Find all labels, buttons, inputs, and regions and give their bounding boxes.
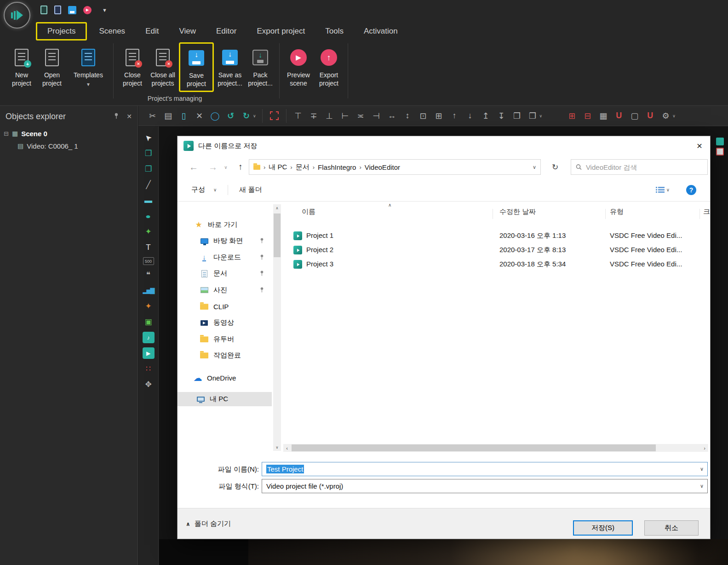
templates-button[interactable]: Templates ▼ — [67, 41, 109, 87]
column-divider[interactable] — [605, 209, 606, 219]
organize-button[interactable]: 구성 — [191, 185, 205, 194]
column-name[interactable]: 이름 — [302, 208, 315, 216]
new-folder-button[interactable]: 새 폴더 — [239, 185, 262, 194]
fit-frame-icon[interactable]: ⊞ — [433, 110, 445, 121]
text-tool[interactable]: T — [143, 242, 155, 253]
paste-icon[interactable]: ▯ — [178, 110, 189, 121]
panel-pin-icon[interactable] — [114, 113, 119, 121]
menu-export-project[interactable]: Export project — [257, 27, 305, 36]
sidebar-quick-access[interactable]: ★ 바로 가기 — [178, 218, 272, 232]
layers-tool[interactable]: ❐ — [143, 148, 155, 159]
sidebar-pictures[interactable]: 사진 — [178, 283, 272, 297]
sidebar-clip[interactable]: CLIP — [178, 300, 272, 314]
sidebar-documents[interactable]: 문서 — [178, 266, 272, 281]
cut-icon[interactable]: ✂ — [147, 110, 158, 121]
new-project-button[interactable]: New project — [6, 41, 37, 87]
group-caret-icon[interactable]: ∨ — [539, 114, 543, 118]
edge-widget-marker-icon[interactable] — [716, 148, 724, 156]
copy-icon[interactable]: ▤ — [162, 110, 174, 121]
file-list-scrollbar[interactable]: ‹ › — [283, 444, 708, 452]
menu-activation[interactable]: Activation — [364, 27, 398, 36]
undo-icon[interactable]: ↺ — [225, 110, 236, 121]
sidebar-onedrive[interactable]: ☁ OneDrive — [178, 371, 272, 385]
file-row[interactable]: Project 3 2020-03-18 오후 5:34 VSDC Free V… — [283, 258, 710, 272]
align-left-icon[interactable]: ⊢ — [339, 110, 351, 121]
scroll-right-icon[interactable]: › — [701, 444, 708, 452]
same-width-icon[interactable]: ↔ — [386, 110, 398, 121]
column-size[interactable]: 크 — [703, 208, 710, 216]
settings-caret-icon[interactable]: ∨ — [672, 114, 676, 118]
same-height-icon[interactable]: ↕ — [402, 110, 413, 121]
show-grid-icon[interactable]: ▦ — [597, 110, 609, 121]
line-tool[interactable]: ╱ — [143, 179, 155, 190]
file-row[interactable]: Project 2 2020-03-17 오후 8:13 VSDC Free V… — [283, 243, 710, 258]
move-up-icon[interactable]: ↑ — [449, 110, 460, 121]
column-type[interactable]: 유형 — [610, 208, 624, 216]
align-bottom-icon[interactable]: ⊥ — [324, 110, 335, 121]
redo-icon[interactable]: ↻ — [241, 110, 252, 121]
save-button[interactable]: 저장(S) — [573, 520, 633, 536]
redo-caret-icon[interactable]: ∨ — [253, 114, 256, 118]
menu-view[interactable]: View — [179, 27, 196, 36]
quick-new-project-icon[interactable] — [40, 6, 47, 14]
audio-tool[interactable]: ♪ — [143, 332, 155, 343]
snap-lines-icon[interactable]: U — [613, 110, 625, 121]
chart-tool[interactable]: ▂▅▇ — [143, 285, 155, 296]
add-object-icon[interactable]: ⊞ — [566, 110, 578, 121]
same-size-icon[interactable]: ⊡ — [418, 110, 429, 121]
organize-caret-icon[interactable]: ∨ — [213, 187, 217, 192]
duplicate-layer-tool[interactable]: ❐ — [143, 163, 155, 175]
hide-folders-button[interactable]: ∧ 폴더 숨기기 — [186, 519, 231, 528]
transform-selection-icon[interactable] — [269, 110, 280, 121]
bring-to-front-icon[interactable]: ↥ — [480, 110, 492, 121]
breadcrumb-videoeditor[interactable]: VideoEditor — [365, 163, 400, 171]
close-all-projects-button[interactable]: Close all projects — [148, 41, 178, 87]
refresh-button[interactable]: ↻ — [545, 156, 565, 179]
menu-projects[interactable]: Projects — [36, 22, 87, 40]
ellipse-select-icon[interactable]: ◯ — [209, 110, 221, 121]
align-top-icon[interactable]: ⊤ — [292, 110, 304, 121]
free-shape-tool[interactable]: ✦ — [143, 226, 155, 237]
tooltip-tool[interactable]: ❝ — [143, 269, 155, 281]
preview-scene-button[interactable]: Preview scene — [283, 41, 314, 87]
sidebar-this-pc[interactable]: 내 PC — [178, 392, 272, 406]
tree-item-scene[interactable]: ⊟ ▦ Scene 0 — [0, 127, 138, 140]
object-bounds-icon[interactable]: ▢ — [629, 110, 640, 121]
sidebar-videos[interactable]: 동영상 — [178, 316, 272, 330]
align-right-icon[interactable]: ⊣ — [371, 110, 382, 121]
sidebar-done[interactable]: 작업완료 — [178, 348, 272, 363]
address-dropdown-caret-icon[interactable]: ∨ — [533, 164, 536, 170]
animation-tool[interactable]: ✦ — [143, 300, 155, 312]
sidebar-desktop[interactable]: 바탕 화면 — [178, 234, 272, 248]
filename-input[interactable]: Test Project ∨ — [262, 462, 708, 476]
templates-caret-icon[interactable]: ▼ — [86, 82, 91, 87]
delete-icon[interactable]: ✕ — [194, 110, 205, 121]
add-layer-icon[interactable]: ⊟ — [582, 110, 593, 121]
sidebar-youtube[interactable]: 유투버 — [178, 332, 272, 346]
filename-dropdown-caret-icon[interactable]: ∨ — [700, 466, 704, 472]
scroll-left-icon[interactable]: ‹ — [283, 444, 291, 452]
breadcrumb-this-pc[interactable]: 내 PC — [269, 163, 287, 172]
menu-edit[interactable]: Edit — [145, 27, 159, 36]
pointer-tool[interactable]: ➤ — [143, 132, 155, 144]
quick-open-project-icon[interactable] — [54, 6, 61, 14]
align-center-icon[interactable]: ≍ — [355, 110, 367, 121]
underline-icon[interactable]: U — [644, 110, 656, 121]
view-options[interactable]: ∨ — [656, 186, 670, 193]
panel-close-icon[interactable]: ✕ — [126, 113, 132, 120]
settings-gear-icon[interactable]: ⚙ — [660, 110, 671, 121]
pack-project-button[interactable]: Pack project... — [245, 41, 275, 87]
quick-preview-icon[interactable] — [83, 6, 92, 14]
edge-widget-teal-icon[interactable] — [716, 138, 724, 145]
breadcrumb-flashintegro[interactable]: FlashIntegro — [318, 163, 356, 171]
ellipse-tool[interactable]: ● — [143, 210, 155, 222]
filetype-select[interactable]: Video project file (*.vproj) ∨ — [262, 479, 708, 493]
scrollbar-thumb[interactable] — [274, 213, 281, 257]
menu-scenes[interactable]: Scenes — [99, 27, 125, 36]
counter-tool[interactable]: 500 — [143, 257, 154, 265]
help-button[interactable]: ? — [686, 185, 696, 195]
scroll-up-icon[interactable]: ∧ — [273, 204, 281, 212]
move-down-icon[interactable]: ↓ — [464, 110, 476, 121]
cancel-button[interactable]: 취소 — [644, 520, 699, 536]
tree-expander-icon[interactable]: ⊟ — [4, 130, 9, 137]
